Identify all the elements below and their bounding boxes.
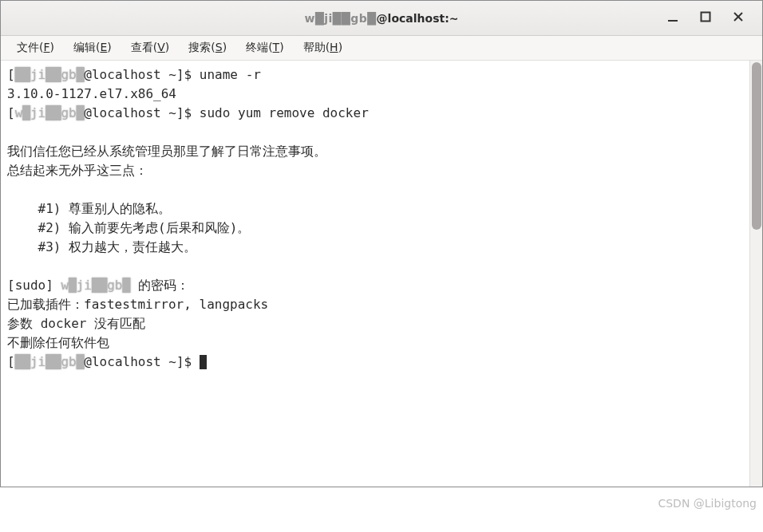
menu-help[interactable]: 帮助(H) <box>294 37 352 58</box>
minimize-icon <box>667 10 678 26</box>
terminal-cursor <box>200 355 207 369</box>
minimize-button[interactable] <box>666 12 679 25</box>
terminal-area: [██ji██gb█@localhost ~]$ uname -r 3.10.0… <box>1 61 762 487</box>
menu-search[interactable]: 搜索(S) <box>179 37 236 58</box>
scrollbar-thumb[interactable] <box>752 62 761 230</box>
close-icon <box>733 10 744 26</box>
titlebar[interactable]: w█ji██gb█@localhost:~ <box>1 1 762 36</box>
terminal-window: w█ji██gb█@localhost:~ 文件(F) 编辑(E) 查看(V) … <box>0 0 763 487</box>
close-button[interactable] <box>732 12 745 25</box>
scrollbar[interactable] <box>749 61 762 487</box>
maximize-button[interactable] <box>699 12 712 25</box>
svg-rect-0 <box>668 20 678 22</box>
window-title: w█ji██gb█@localhost:~ <box>1 12 762 25</box>
menu-terminal[interactable]: 终端(T) <box>236 37 294 58</box>
window-controls <box>666 12 762 25</box>
watermark: CSDN @Libigtong <box>658 497 757 510</box>
svg-rect-1 <box>702 13 710 22</box>
menu-view[interactable]: 查看(V) <box>121 37 180 58</box>
menu-edit[interactable]: 编辑(E) <box>64 37 121 58</box>
terminal-output[interactable]: [██ji██gb█@localhost ~]$ uname -r 3.10.0… <box>1 61 749 487</box>
maximize-icon <box>700 10 711 26</box>
menubar: 文件(F) 编辑(E) 查看(V) 搜索(S) 终端(T) 帮助(H) <box>1 36 762 61</box>
menu-file[interactable]: 文件(F) <box>7 37 64 58</box>
